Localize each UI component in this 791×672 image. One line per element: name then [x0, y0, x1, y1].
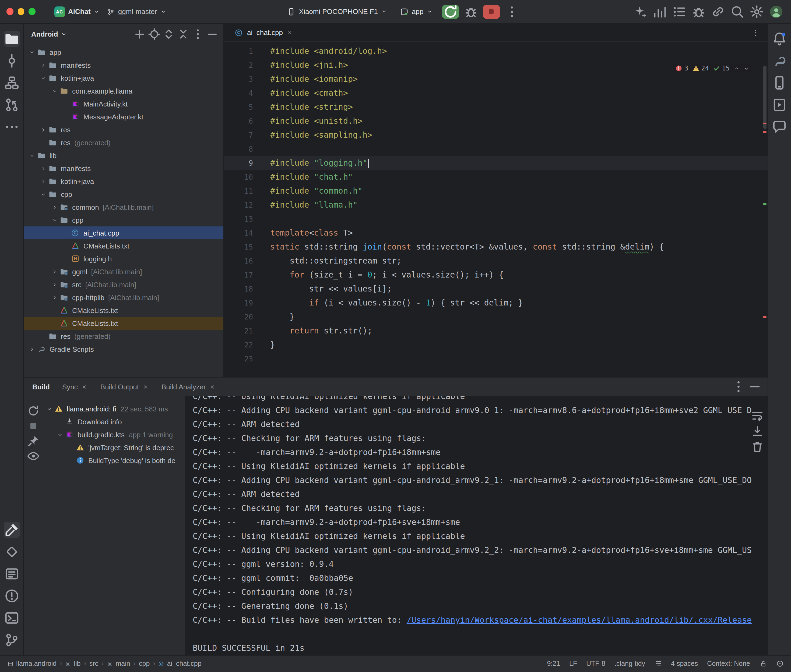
- status-context[interactable]: Context: None: [707, 660, 750, 667]
- device-manager-button[interactable]: [771, 75, 788, 91]
- tree-item-res-generated[interactable]: res(generated): [24, 330, 223, 342]
- breadcrumb-src[interactable]: src: [89, 660, 98, 667]
- status-indent-size[interactable]: 4 spaces: [671, 660, 698, 667]
- close-icon[interactable]: [82, 384, 87, 390]
- tree-item-common-aichat-lib-main[interactable]: common[AiChat.lib.main]: [24, 201, 223, 213]
- chevron-down-icon[interactable]: [27, 49, 37, 55]
- tree-item-kotlin-java[interactable]: kotlin+java: [24, 175, 223, 188]
- link-button[interactable]: [710, 4, 725, 19]
- tree-item-src-aichat-lib-main[interactable]: src[AiChat.lib.main]: [24, 278, 223, 291]
- clear-button[interactable]: [750, 440, 764, 454]
- build-console[interactable]: C/C++: -- Using KleidiAI optimized kerne…: [185, 396, 767, 655]
- notifications-button[interactable]: [771, 30, 788, 46]
- window-close-button[interactable]: [6, 8, 13, 15]
- more-horizontal-button[interactable]: [3, 118, 20, 135]
- breadcrumb-cpp[interactable]: cpp: [139, 660, 150, 667]
- close-icon[interactable]: [143, 384, 149, 390]
- chevron-down-icon[interactable]: [50, 217, 59, 223]
- device-selector[interactable]: Xiaomi POCOPHONE F1: [283, 5, 391, 18]
- chevron-down-icon[interactable]: [50, 88, 59, 94]
- ai-assistant-button[interactable]: [633, 4, 648, 19]
- problems-button[interactable]: [3, 588, 20, 604]
- status-clang-tidy[interactable]: .clang-tidy: [615, 660, 645, 667]
- running-devices-button[interactable]: [771, 96, 788, 113]
- locate-button[interactable]: [148, 27, 161, 41]
- plus-button[interactable]: [133, 27, 146, 41]
- tree-item-mainactivity-kt[interactable]: MainActivity.kt: [24, 98, 223, 110]
- status-caret-position[interactable]: 9:21: [547, 660, 560, 667]
- tree-item-cmakelists-txt[interactable]: CMakeLists.txt: [24, 239, 223, 252]
- branch-selector[interactable]: ggml-master: [104, 5, 170, 18]
- editor-tab-ai-chat-cpp[interactable]: C ai_chat.cpp: [229, 24, 298, 42]
- status-line-ending[interactable]: LF: [569, 660, 577, 667]
- hide-button[interactable]: [205, 27, 219, 41]
- build-tab-build-analyzer[interactable]: Build Analyzer: [156, 380, 221, 394]
- project-folder-button[interactable]: [3, 30, 20, 46]
- kebab-button[interactable]: [731, 379, 746, 394]
- tab-close-icon[interactable]: [287, 30, 292, 35]
- build-panel-title[interactable]: Build: [32, 382, 50, 391]
- status-indent-options[interactable]: [654, 660, 662, 667]
- tree-item-ggml-aichat-lib-main[interactable]: ggml[AiChat.lib.main]: [24, 265, 223, 278]
- chevron-down-icon[interactable]: [44, 406, 54, 412]
- tree-item-cpp-httplib-aichat-lib-main[interactable]: cpp-httplib[AiChat.lib.main]: [24, 291, 223, 304]
- window-minimize-button[interactable]: [18, 8, 24, 15]
- tree-item-com-example-llama[interactable]: com.example.llama: [24, 85, 223, 98]
- todo-list-button[interactable]: [672, 4, 687, 19]
- scroll-to-end-button[interactable]: [750, 424, 764, 438]
- tree-item-res[interactable]: res: [24, 123, 223, 136]
- commit-button[interactable]: [3, 53, 20, 69]
- breadcrumb-ai-chat-cpp[interactable]: Cai_chat.cpp: [159, 660, 202, 667]
- soft-wrap-button[interactable]: [750, 409, 764, 423]
- pin-button[interactable]: [26, 434, 40, 448]
- app-quality-insights-button[interactable]: [771, 118, 788, 135]
- scroll-annotation-mark[interactable]: [762, 123, 766, 124]
- build-tab-build-output[interactable]: Build Output: [95, 380, 154, 394]
- code-area[interactable]: 1#include <android/log.h>2#include <jni.…: [224, 42, 767, 377]
- terminal-button[interactable]: [3, 610, 20, 626]
- project-view-selector[interactable]: Android: [31, 30, 67, 38]
- build-button[interactable]: [3, 522, 20, 538]
- status-file-lock[interactable]: [759, 660, 767, 667]
- stop-disabled-button[interactable]: [26, 419, 40, 433]
- tree-item-ai-chat-cpp[interactable]: Cai_chat.cpp: [24, 226, 223, 239]
- avatar-button[interactable]: [769, 4, 783, 19]
- debug-button[interactable]: [464, 4, 478, 19]
- scroll-annotation-mark[interactable]: [762, 131, 766, 133]
- tree-item-app[interactable]: app: [24, 46, 223, 59]
- tree-item-cpp[interactable]: cpp: [24, 188, 223, 201]
- build-output-path-link[interactable]: /Users/hanyin/Workspace/ai-chat/examples…: [407, 615, 752, 625]
- tree-item-manifests[interactable]: manifests: [24, 162, 223, 175]
- chevron-right-icon[interactable]: [50, 282, 59, 288]
- build-tree-item-build-gradle-kts[interactable]: build.gradle.ktsapp 1 warning: [43, 428, 185, 441]
- version-control-button[interactable]: [3, 632, 20, 648]
- tree-item-manifests[interactable]: manifests: [24, 59, 223, 72]
- stop-button[interactable]: [483, 5, 500, 19]
- close-icon[interactable]: [210, 384, 216, 390]
- chevron-down-icon[interactable]: [55, 432, 64, 437]
- chevron-right-icon[interactable]: [38, 126, 48, 133]
- inspections-widget[interactable]: 3 24 15: [673, 64, 751, 73]
- chevron-right-icon[interactable]: [38, 62, 48, 68]
- settings-button[interactable]: [749, 4, 764, 19]
- tree-item-res-generated[interactable]: res(generated): [24, 136, 223, 149]
- chevron-down-icon[interactable]: [38, 191, 48, 197]
- pull-requests-button[interactable]: [3, 96, 20, 113]
- build-tree-item-buildtype-debug-is-both-de[interactable]: BuildType 'debug' is both de: [43, 454, 185, 467]
- tree-item-cmakelists-txt[interactable]: CMakeLists.txt: [24, 304, 223, 317]
- build-tree-item-jvmtarget-string-is-deprec[interactable]: 'jvmTarget: String' is deprec: [43, 441, 185, 454]
- status-inspections-status[interactable]: [776, 660, 783, 667]
- next-problem-icon[interactable]: [743, 66, 749, 71]
- prev-problem-icon[interactable]: [733, 66, 739, 71]
- tree-item-kotlin-java[interactable]: kotlin+java: [24, 72, 223, 85]
- tree-item-cpp[interactable]: cpp: [24, 213, 223, 226]
- hide-button[interactable]: [747, 379, 762, 394]
- structure-button[interactable]: [3, 75, 20, 91]
- search-button[interactable]: [730, 4, 745, 19]
- rerun-button[interactable]: [442, 5, 459, 19]
- breadcrumb-main[interactable]: main: [107, 660, 130, 667]
- tree-item-messageadapter-kt[interactable]: MessageAdapter.kt: [24, 110, 223, 123]
- chevron-right-icon[interactable]: [50, 269, 59, 275]
- tree-item-lib[interactable]: lib: [24, 149, 223, 162]
- chevron-right-icon[interactable]: [50, 204, 59, 210]
